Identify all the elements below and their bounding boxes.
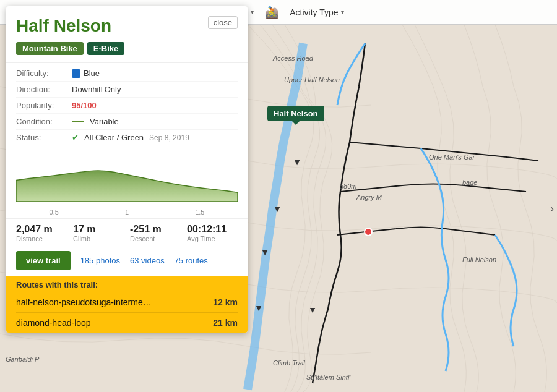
- direction-label: Direction:: [16, 85, 72, 94]
- trail-tags: Mountain Bike E-Bike: [16, 42, 238, 55]
- nav-item-activity-type[interactable]: Activity Type ▾: [283, 5, 350, 20]
- photos-link[interactable]: 185 photos: [80, 256, 120, 265]
- elevation-label-1: 1: [125, 208, 129, 216]
- svg-text:▲: ▲: [292, 158, 302, 168]
- map-label-access-road: Access Road: [273, 54, 313, 62]
- elevation-chart: [16, 153, 238, 202]
- stat-descent-label: Descent: [130, 235, 181, 242]
- difficulty-value: Blue: [72, 69, 100, 78]
- stat-climb: 17 m Climb: [73, 224, 124, 242]
- route-item-0[interactable]: half-nelson-pseudotsuga-interme… 12 km: [16, 292, 238, 312]
- stat-avgtime: 00:12:11 Avg Time: [187, 224, 238, 242]
- bike-icon: 🚵: [265, 6, 278, 19]
- direction-value: Downhill Only: [72, 85, 121, 94]
- difficulty-blue-square: [72, 69, 80, 78]
- elevation-label-1_5: 1.5: [195, 208, 204, 216]
- stat-avgtime-label: Avg Time: [187, 235, 238, 242]
- direction-row: Direction: Downhill Only: [16, 82, 238, 98]
- stats-row: 2,047 m Distance 17 m Climb -251 m Desce…: [6, 218, 248, 247]
- map-label-stl: Stl'Itálem Sintl': [306, 373, 350, 381]
- map-label-climb-trail: Climb Trail -: [273, 359, 309, 367]
- map-label-angry-m: Angry M: [356, 194, 382, 201]
- map-label-bage: bage: [462, 179, 477, 186]
- stat-distance-label: Distance: [16, 235, 67, 242]
- tag-mountain-bike: Mountain Bike: [16, 42, 84, 55]
- trail-title: Half Nelson: [16, 16, 238, 36]
- chevron-down-icon: ▾: [341, 9, 344, 15]
- condition-row: Condition: Variable: [16, 114, 238, 130]
- route-name-1: diamond-head-loop: [16, 318, 91, 328]
- map-label-one-mans-gar: One Man's Gar: [429, 153, 475, 161]
- stat-distance: 2,047 m Distance: [16, 224, 67, 242]
- svg-text:▲: ▲: [273, 205, 282, 215]
- popularity-label: Popularity:: [16, 101, 72, 110]
- popularity-row: Popularity: 95/100: [16, 98, 238, 114]
- svg-point-0: [365, 228, 372, 236]
- condition-value: Variable: [72, 117, 119, 126]
- trail-card: Half Nelson close Mountain Bike E-Bike D…: [6, 6, 248, 333]
- card-header: Half Nelson close Mountain Bike E-Bike: [6, 6, 248, 62]
- status-row: Status: ✔ All Clear / Green Sep 8, 2019: [16, 130, 238, 145]
- routes-link[interactable]: 75 routes: [175, 256, 208, 265]
- stat-climb-label: Climb: [73, 235, 124, 242]
- stat-distance-value: 2,047 m: [16, 224, 67, 235]
- nav-label-activity-type: Activity Type: [290, 7, 338, 17]
- close-button[interactable]: close: [208, 16, 238, 29]
- view-trail-button[interactable]: view trail: [16, 251, 71, 270]
- stat-climb-value: 17 m: [73, 224, 124, 235]
- difficulty-row: Difficulty: Blue: [16, 66, 238, 82]
- difficulty-label: Difficulty:: [16, 69, 72, 78]
- condition-line-icon: [72, 121, 84, 122]
- stat-descent: -251 m Descent: [130, 224, 181, 242]
- svg-text:▲: ▲: [261, 249, 269, 258]
- chevron-down-icon: ▾: [251, 9, 254, 15]
- videos-link[interactable]: 63 videos: [130, 256, 165, 265]
- card-details: Difficulty: Blue Direction: Downhill Onl…: [6, 62, 248, 150]
- routes-header: Routes with this trail:: [16, 280, 238, 289]
- condition-label: Condition:: [16, 117, 72, 126]
- map-label-garibaldi: Garibaldi P: [6, 356, 39, 363]
- svg-text:▲: ▲: [254, 304, 263, 314]
- status-label: Status:: [16, 133, 72, 142]
- map-label-upper-half-nelson: Upper Half Nelson: [284, 76, 340, 83]
- route-dist-0: 12 km: [213, 297, 238, 307]
- routes-section: Routes with this trail: half-nelson-pseu…: [6, 276, 248, 333]
- status-value: ✔ All Clear / Green Sep 8, 2019: [72, 133, 189, 142]
- check-circle-icon: ✔: [72, 133, 79, 142]
- map-label-elevation: 580m: [340, 182, 357, 190]
- svg-text:▲: ▲: [308, 306, 317, 316]
- route-dist-1: 21 km: [213, 318, 238, 328]
- elevation-label-0_5: 0.5: [50, 208, 59, 216]
- route-item-1[interactable]: diamond-head-loop 21 km: [16, 312, 238, 333]
- map-label-full-nelson: Full Nelson: [462, 256, 496, 263]
- popularity-value: 95/100: [72, 101, 97, 110]
- route-name-0: half-nelson-pseudotsuga-interme…: [16, 297, 152, 307]
- map-tooltip-half-nelson: Half Nelson: [267, 106, 324, 121]
- elevation-labels: 0.5 1 1.5: [16, 207, 238, 218]
- map-nav-right-arrow[interactable]: ›: [550, 202, 554, 215]
- tag-ebike: E-Bike: [87, 42, 124, 55]
- stat-descent-value: -251 m: [130, 224, 181, 235]
- actions-row: view trail 185 photos 63 videos 75 route…: [6, 247, 248, 276]
- stat-avgtime-value: 00:12:11: [187, 224, 238, 235]
- status-date: Sep 8, 2019: [149, 134, 189, 142]
